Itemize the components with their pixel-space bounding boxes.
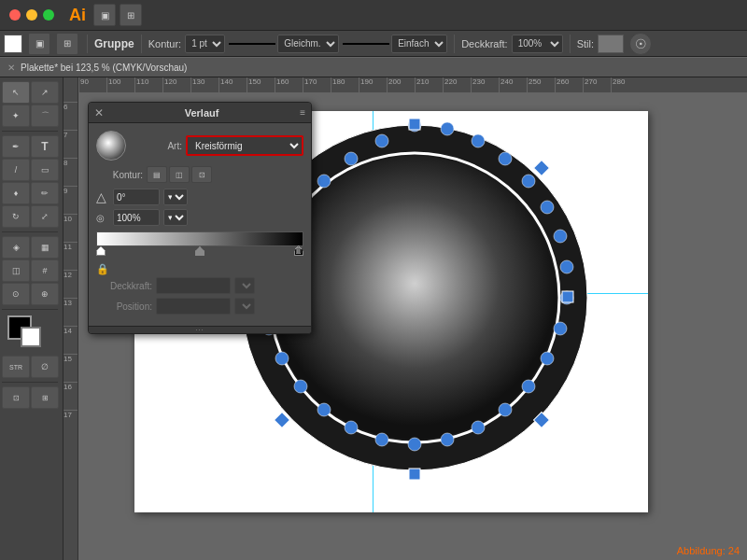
art-type-select[interactable]: Kreisförmig Linear — [186, 135, 303, 156]
none-btn[interactable]: ∅ — [31, 356, 59, 378]
grad-stop-white[interactable] — [96, 246, 106, 256]
ruler-tick: 160 — [275, 77, 289, 92]
art-row: Art: Kreisförmig Linear — [96, 131, 303, 161]
v-tick: 9 — [63, 186, 78, 195]
tool-row-8: ◫ # — [2, 259, 61, 282]
svg-point-14 — [522, 380, 535, 393]
ruler-tick: 190 — [359, 77, 373, 92]
magic-wand-tool[interactable]: ✦ — [2, 105, 30, 127]
close-button[interactable] — [9, 9, 21, 21]
deckkraft-disabled-input — [156, 277, 231, 294]
svg-point-10 — [560, 260, 573, 273]
ruler-tick: 220 — [443, 77, 457, 92]
stroke-style2-select[interactable]: Einfach — [391, 35, 447, 53]
rectangle-tool[interactable]: ▭ — [31, 159, 59, 181]
gradient-panel-title: Verlauf — [185, 107, 219, 119]
v-tick: 16 — [63, 382, 78, 391]
pencil-tool[interactable]: ✏ — [31, 182, 59, 204]
opacity-icon[interactable]: ☉ — [629, 33, 652, 55]
figure-caption: Abbildung: 24 — [677, 545, 740, 556]
delete-stop-icon[interactable]: 🗑 — [294, 245, 303, 255]
gradient-panel-resize-handle[interactable]: ··· — [89, 326, 311, 333]
blend-tool[interactable]: ◈ — [2, 236, 30, 259]
gradient-panel-menu-icon[interactable]: ≡ — [300, 107, 305, 118]
doc-icon[interactable]: ▣ — [93, 4, 116, 26]
eyedropper-tool[interactable]: ⊙ — [2, 283, 30, 305]
stil-label: Stil: — [577, 38, 594, 49]
type-tool[interactable]: T — [31, 135, 59, 158]
rotate-tool[interactable]: ↻ — [2, 205, 30, 228]
tools-panel: ↖ ↗ ✦ ⌒ ✒ T / ▭ ♦ ✏ ↻ ⤢ ◈ ▦ ◫ — [0, 77, 63, 560]
zoom-tool[interactable]: ⊕ — [31, 283, 59, 305]
svg-point-31 — [375, 134, 388, 147]
paintbrush-tool[interactable]: ♦ — [2, 182, 30, 204]
ruler-tick: 250 — [527, 77, 541, 92]
separator2 — [141, 35, 142, 53]
tool-sep-4 — [2, 382, 58, 383]
line-tool[interactable]: / — [2, 159, 30, 181]
kontur-select[interactable]: 1 pt — [185, 35, 225, 53]
svg-point-30 — [345, 152, 358, 165]
mesh-tool[interactable]: # — [31, 259, 59, 282]
pen-tool[interactable]: ✒ — [2, 135, 30, 158]
ruler-tick: 270 — [583, 77, 597, 92]
gradient-tool[interactable]: ◫ — [2, 259, 30, 282]
minimize-button[interactable] — [26, 9, 37, 21]
scale-icon: ◎ — [96, 213, 109, 223]
tool-row-9: ⊙ ⊕ — [2, 283, 61, 305]
angle-icon: △ — [96, 189, 109, 204]
stil-swatch[interactable] — [598, 35, 624, 53]
gradient-bar[interactable] — [96, 231, 303, 246]
kontur-btn-3[interactable]: ⊡ — [191, 166, 212, 183]
layout-icon[interactable]: ⊞ — [120, 4, 142, 26]
deckkraft-select[interactable]: 100% — [512, 35, 563, 53]
background-swatch[interactable] — [21, 327, 41, 347]
gradient-bar-container: 🗑 — [96, 231, 303, 256]
arrangement-icon[interactable]: ⊞ — [56, 33, 78, 55]
position-disabled-row: Position: ▾ — [96, 298, 303, 315]
main-area: ↖ ↗ ✦ ⌒ ✒ T / ▭ ♦ ✏ ↻ ⤢ ◈ ▦ ◫ — [0, 77, 747, 560]
svg-rect-34 — [409, 469, 420, 480]
direct-select-tool[interactable]: ↗ — [31, 81, 59, 104]
chart-tool[interactable]: ▦ — [31, 236, 59, 259]
sep3 — [454, 35, 455, 53]
change-mode-btn[interactable]: ⊞ — [31, 386, 59, 409]
scale-input[interactable] — [113, 209, 160, 226]
angle-input[interactable] — [113, 189, 160, 205]
grad-stop-mid[interactable] — [195, 246, 204, 256]
document-tab[interactable]: ✕ Plakette* bei 123,5 % (CMYK/Vorschau) — [0, 57, 747, 77]
tool-row-7: ◈ ▦ — [2, 236, 61, 259]
kontur-btn-1[interactable]: ▤ — [147, 166, 167, 183]
ruler-tick: 180 — [331, 77, 345, 92]
gradient-panel-close[interactable]: ✕ — [94, 106, 104, 119]
screen-mode-btn[interactable]: ⊡ — [2, 386, 30, 409]
tool-row-3: ✒ T — [2, 135, 61, 158]
maximize-button[interactable] — [43, 9, 54, 21]
v-tick: 6 — [63, 102, 78, 111]
main-toolbar: ▣ ⊞ Gruppe Kontur: 1 pt Gleichm. Einfach… — [0, 31, 747, 57]
select-tool[interactable]: ↖ — [2, 81, 30, 104]
fill-color-swatch[interactable] — [4, 35, 22, 53]
tool-sep-3 — [2, 309, 58, 310]
title-bar: Ai ▣ ⊞ — [0, 0, 747, 31]
gradient-slider: 🗑 — [96, 246, 303, 256]
ruler-tick: 170 — [303, 77, 317, 92]
kontur-label: Kontur: — [148, 38, 181, 49]
angle-dropdown[interactable]: ▾ — [163, 189, 188, 205]
lasso-tool[interactable]: ⌒ — [31, 105, 59, 127]
stroke-box-icon[interactable]: ▣ — [28, 33, 50, 55]
doc-close[interactable]: ✕ — [7, 63, 15, 73]
v-tick: 10 — [63, 214, 78, 223]
stroke-style1-select[interactable]: Gleichm. — [277, 35, 339, 53]
scale-dropdown[interactable]: ▾ — [163, 209, 188, 226]
art-label: Art: — [135, 141, 182, 151]
v-tick: 11 — [63, 242, 78, 251]
deckkraft-disabled-dd: ▾ — [234, 277, 255, 294]
position-disabled-input — [156, 298, 231, 315]
scale-tool[interactable]: ⤢ — [31, 205, 59, 228]
stroke-btn[interactable]: STR — [2, 356, 30, 378]
v-tick: 17 — [63, 410, 78, 419]
kontur-btn-2[interactable]: ◫ — [169, 166, 190, 183]
ruler-tick: 210 — [415, 77, 429, 92]
lock-icon[interactable]: 🔒 — [96, 263, 109, 275]
